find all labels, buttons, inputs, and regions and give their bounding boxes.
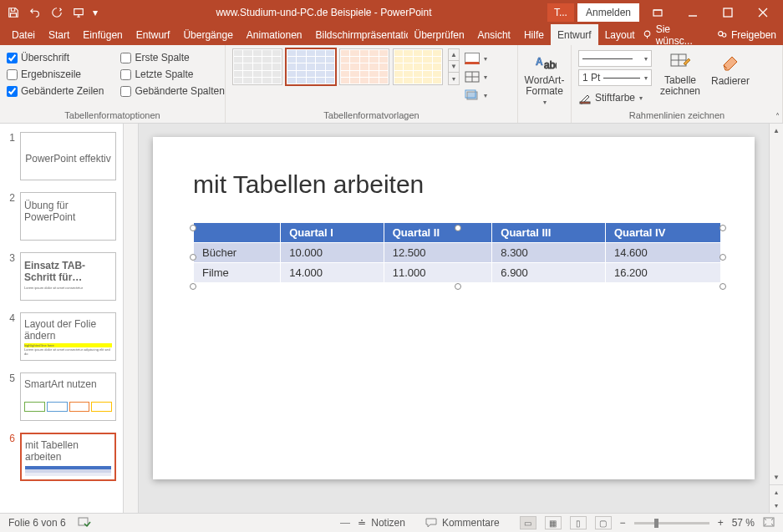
svg-text:abc: abc: [544, 59, 557, 71]
borders-button[interactable]: ▾: [465, 68, 487, 85]
group-label-borders: Rahmenlinien zeichnen: [578, 109, 775, 123]
zoom-slider[interactable]: [634, 522, 709, 524]
style-thumb-1[interactable]: [232, 48, 282, 85]
fit-to-window-button[interactable]: [763, 517, 775, 529]
tell-me[interactable]: Sie wünsc...: [642, 23, 706, 47]
style-thumb-2[interactable]: [286, 48, 336, 85]
style-gallery-scroll[interactable]: ▲▼▾: [448, 48, 460, 85]
sign-in-button[interactable]: Anmelden: [577, 3, 639, 22]
slide-thumbnails-pane[interactable]: 1PowerPoint effektiv 2Übung für PowerPoi…: [0, 124, 124, 513]
tab-start[interactable]: Start: [42, 24, 76, 45]
slide-counter[interactable]: Folie 6 von 6: [8, 517, 66, 529]
tab-table-layout[interactable]: Layout: [598, 24, 642, 45]
tab-bildschirmpraesentation[interactable]: Bildschirmpräsentation: [309, 24, 408, 45]
thumbnail-5[interactable]: 5SmartArt nutzen: [7, 372, 116, 421]
vertical-scrollbar[interactable]: ▲ ▼▴▾: [769, 124, 783, 513]
svg-rect-1: [724, 8, 732, 17]
style-thumb-3[interactable]: [339, 48, 389, 85]
style-thumb-4[interactable]: [393, 48, 443, 85]
ribbon-tabs: Datei Start Einfügen Entwurf Übergänge A…: [0, 24, 783, 45]
vertical-ruler: [124, 124, 139, 513]
tab-entwurf[interactable]: Entwurf: [130, 24, 177, 45]
chk-gebaenderte-zeilen[interactable]: Gebänderte Zeilen: [7, 85, 104, 97]
group-label-styles: Tabellenformatvorlagen: [232, 109, 511, 123]
zoom-out-button[interactable]: −: [620, 517, 626, 529]
tab-hilfe[interactable]: Hilfe: [517, 24, 551, 45]
window-title: www.Studium-und-PC.de Beispiele - PowerP…: [100, 7, 547, 18]
thumbnail-3[interactable]: 3Einsatz TAB-Schritt für…Lorem ipsum dol…: [7, 252, 116, 301]
table-header-row: Quartal I Quartal II Quartal III Quartal…: [194, 223, 721, 243]
chk-ueberschrift[interactable]: Überschrift: [7, 52, 104, 63]
normal-view-button[interactable]: ▭: [520, 516, 536, 529]
thumbnail-6[interactable]: 6mit Tabellen arbeiten: [7, 433, 116, 481]
redo-button[interactable]: [47, 3, 67, 23]
slideshow-view-button[interactable]: ▢: [595, 516, 612, 529]
share-button[interactable]: Freigeben: [716, 29, 776, 41]
tab-uebergaenge[interactable]: Übergänge: [176, 24, 239, 45]
slide-title[interactable]: mit Tabellen arbeiten: [193, 170, 714, 199]
ribbon-display-options[interactable]: [641, 0, 674, 24]
tab-animationen[interactable]: Animationen: [240, 24, 309, 45]
thumbnail-2[interactable]: 2Übung für PowerPoint: [7, 192, 116, 241]
quick-access-toolbar: ▾: [3, 0, 100, 24]
tab-ueberpruefen[interactable]: Überprüfen: [408, 24, 471, 45]
zoom-in-button[interactable]: +: [718, 517, 724, 529]
undo-button[interactable]: [25, 3, 45, 23]
effects-button[interactable]: ▾: [465, 87, 487, 104]
chk-letzte-spalte[interactable]: Letzte Spalte: [120, 68, 224, 80]
title-bar: ▾ www.Studium-und-PC.de Beispiele - Powe…: [0, 0, 783, 24]
zoom-level[interactable]: 57 %: [732, 517, 755, 529]
slide[interactable]: mit Tabellen arbeiten Quartal I Quartal …: [153, 137, 755, 479]
tab-table-entwurf[interactable]: Entwurf: [551, 24, 598, 45]
pen-style-combo[interactable]: ▾: [578, 50, 652, 67]
table-row: Bücher 10.000 12.500 8.300 14.600: [194, 243, 721, 263]
shading-button[interactable]: ▾: [465, 50, 487, 67]
group-label-options: Tabellenformatoptionen: [7, 109, 218, 123]
svg-point-2: [644, 31, 650, 37]
thumbnail-4[interactable]: 4Layout der Folie ändernhighlighted line…: [7, 312, 116, 361]
slide-sorter-view-button[interactable]: ▦: [545, 516, 562, 529]
svg-rect-10: [580, 102, 590, 104]
comments-button[interactable]: Kommentare: [425, 517, 500, 529]
spell-check-icon[interactable]: [78, 517, 91, 529]
svg-point-4: [722, 33, 725, 36]
minimize-button[interactable]: [676, 0, 709, 24]
pen-color-button[interactable]: Stiftfarbe▾: [578, 89, 652, 107]
svg-rect-0: [653, 10, 662, 16]
notes-button[interactable]: ≐ Notizen: [340, 517, 405, 529]
draw-table-button[interactable]: Tabelle zeichnen: [658, 48, 702, 97]
work-area: 1PowerPoint effektiv 2Übung für PowerPoi…: [0, 124, 783, 513]
ribbon: Überschrift Ergebniszeile Gebänderte Zei…: [0, 45, 783, 124]
collapse-ribbon-button[interactable]: ˄: [775, 112, 780, 121]
eraser-button[interactable]: Radierer: [709, 48, 752, 87]
table-row: Filme 14.000 11.000 6.900 16.200: [194, 263, 721, 283]
table-tools-tab[interactable]: T...: [547, 3, 574, 22]
table-styles-gallery[interactable]: ▲▼▾: [232, 48, 460, 85]
slide-table[interactable]: Quartal I Quartal II Quartal III Quartal…: [193, 222, 721, 283]
pen-weight-combo[interactable]: 1 Pt▾: [578, 69, 652, 86]
reading-view-button[interactable]: ▯: [570, 516, 587, 529]
status-bar: Folie 6 von 6 ≐ Notizen Kommentare ▭ ▦ ▯…: [0, 513, 783, 532]
slide-canvas[interactable]: mit Tabellen arbeiten Quartal I Quartal …: [139, 124, 769, 513]
chk-ergebniszeile[interactable]: Ergebniszeile: [7, 68, 104, 80]
chk-erste-spalte[interactable]: Erste Spalte: [120, 52, 224, 63]
start-from-beginning-button[interactable]: [69, 3, 89, 23]
tab-datei[interactable]: Datei: [5, 24, 42, 45]
save-button[interactable]: [3, 3, 23, 23]
close-button[interactable]: [746, 0, 780, 24]
svg-rect-12: [79, 518, 88, 525]
tab-ansicht[interactable]: Ansicht: [471, 24, 517, 45]
tab-einfuegen[interactable]: Einfügen: [76, 24, 129, 45]
qat-dropdown[interactable]: ▾: [90, 3, 100, 23]
thumbnail-1[interactable]: 1PowerPoint effektiv: [7, 132, 116, 180]
chk-gebaenderte-spalten[interactable]: Gebänderte Spalten: [120, 85, 224, 97]
wordart-styles-button[interactable]: Aabc WordArt-Formate▾: [525, 48, 565, 106]
maximize-button[interactable]: [711, 0, 745, 24]
svg-text:A: A: [536, 56, 543, 68]
